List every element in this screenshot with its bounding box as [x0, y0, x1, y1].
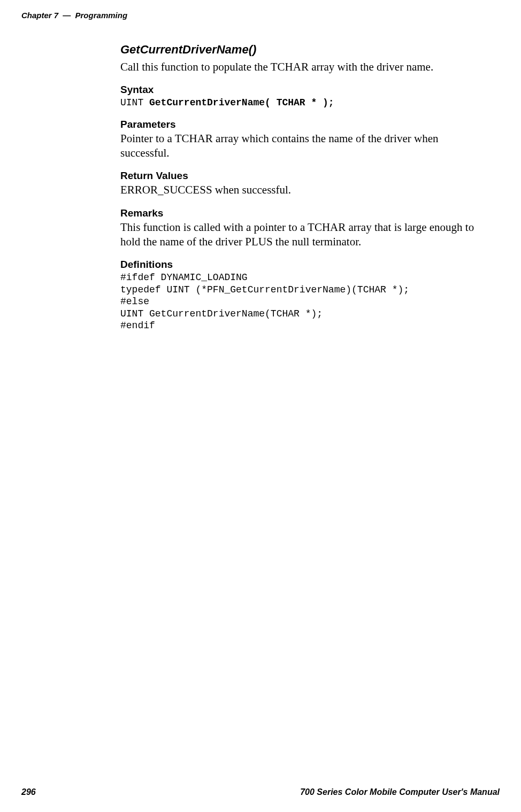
syntax-bold: GetCurrentDriverName( TCHAR * ); — [149, 97, 334, 108]
syntax-prefix: UINT — [120, 97, 149, 108]
syntax-section: Syntax UINT GetCurrentDriverName( TCHAR … — [120, 84, 489, 109]
parameters-section: Parameters Pointer to a TCHAR array whic… — [120, 119, 489, 161]
return-values-heading: Return Values — [120, 170, 489, 182]
content-area: GetCurrentDriverName() Call this functio… — [120, 43, 489, 342]
chapter-title: Programming — [75, 11, 128, 20]
definitions-code: #ifdef DYNAMIC_LOADING typedef UINT (*PF… — [120, 272, 489, 332]
manual-title: 700 Series Color Mobile Computer User's … — [300, 787, 500, 797]
chapter-label: Chapter 7 — [21, 11, 58, 20]
remarks-text: This function is called with a pointer t… — [120, 220, 489, 250]
return-values-section: Return Values ERROR_SUCCESS when success… — [120, 170, 489, 197]
page-header: Chapter 7 — Programming — [21, 11, 127, 20]
remarks-heading: Remarks — [120, 207, 489, 219]
syntax-code: UINT GetCurrentDriverName( TCHAR * ); — [120, 97, 489, 109]
function-title: GetCurrentDriverName() — [120, 43, 489, 57]
syntax-heading: Syntax — [120, 84, 489, 96]
definitions-section: Definitions #ifdef DYNAMIC_LOADING typed… — [120, 259, 489, 332]
definitions-heading: Definitions — [120, 259, 489, 270]
return-values-text: ERROR_SUCCESS when successful. — [120, 183, 489, 197]
parameters-text: Pointer to a TCHAR array which contains … — [120, 132, 489, 161]
page-footer: 296 700 Series Color Mobile Computer Use… — [21, 787, 500, 797]
header-dash: — — [63, 11, 71, 20]
remarks-section: Remarks This function is called with a p… — [120, 207, 489, 250]
page-number: 296 — [21, 787, 36, 797]
parameters-heading: Parameters — [120, 119, 489, 130]
intro-text: Call this function to populate the TCHAR… — [120, 60, 489, 74]
